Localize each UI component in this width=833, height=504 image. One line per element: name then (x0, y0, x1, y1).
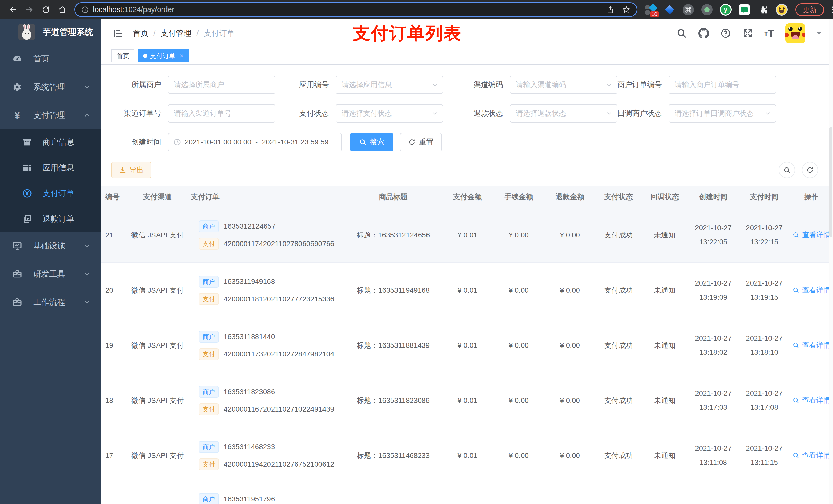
channel-code-input[interactable] (516, 81, 611, 89)
date-end-value[interactable]: 2021-10-31 23:59:59 (262, 138, 328, 146)
refresh-table-button[interactable] (802, 162, 818, 178)
cell (124, 483, 191, 504)
bookmark-star-icon[interactable] (622, 6, 630, 14)
refund-status-input[interactable] (516, 110, 611, 118)
sidebar-item-home[interactable]: 首页 (0, 45, 101, 73)
view-detail-link[interactable]: 查看详情 (792, 395, 831, 405)
sidebar-item-label: 基础设施 (33, 240, 65, 251)
filter-field-refund-status: 退款状态 (453, 104, 612, 123)
cell-actions: 查看详情 (790, 428, 833, 483)
filter-input-merchant-order-no[interactable] (669, 75, 776, 94)
cell-product-title: 标题：1635311468233 (344, 428, 442, 483)
page-scrollbar[interactable] (829, 19, 833, 504)
sidebar-item-app-info[interactable]: 应用信息 (0, 155, 101, 181)
view-detail-link[interactable]: 查看详情 (792, 285, 831, 295)
sidebar-logo[interactable]: 芋道管理系统 (0, 19, 101, 45)
breadcrumb-home[interactable]: 首页 (133, 28, 148, 39)
browser-home-button[interactable] (56, 3, 69, 16)
merchant-input[interactable] (174, 81, 269, 89)
filter-select-channel-code[interactable] (510, 75, 617, 94)
cell (596, 483, 642, 504)
filter-input-channel-order-no[interactable] (168, 104, 276, 123)
merchant-order-no-input[interactable] (675, 81, 770, 89)
sidebar-item-refund-order[interactable]: 退款订单 (0, 206, 101, 232)
cell-notify-status: 未通知 (642, 428, 688, 483)
cell-created-time: 2021-10-2713:22:05 (688, 208, 739, 263)
browser-forward-button[interactable] (23, 3, 36, 16)
table-row: 19微信 JSAPI 支付商户1635311881440支付4200001173… (101, 318, 833, 373)
date-start-value[interactable]: 2021-10-01 00:00:00 (185, 138, 251, 146)
fullscreen-icon[interactable] (742, 28, 753, 39)
reset-button[interactable]: 重置 (400, 133, 442, 151)
filter-select-refund-status[interactable] (510, 104, 617, 123)
merchant-tag-number: 1635311823086 (223, 388, 275, 396)
sidebar-item-pay-order[interactable]: 支付订单 (0, 181, 101, 206)
cell (544, 483, 596, 504)
filter-select-pay-status[interactable] (336, 104, 443, 123)
user-avatar[interactable] (785, 23, 805, 43)
puzzle-extensions-icon[interactable] (757, 4, 769, 16)
avatar-caret-icon[interactable] (817, 32, 822, 37)
filter-label-callback-status: 回调商户状态 (612, 108, 669, 119)
recorder-extension-icon[interactable] (701, 4, 713, 16)
app-no-input[interactable] (342, 81, 437, 89)
export-button[interactable]: 导出 (112, 162, 151, 178)
sidebar-item-infra[interactable]: 基础设施 (0, 232, 101, 260)
cell-order-id: 21 (101, 208, 124, 263)
tab-支付订单[interactable]: 支付订单× (138, 49, 189, 63)
browser-reload-button[interactable] (40, 3, 52, 16)
page-info-icon[interactable] (81, 6, 89, 14)
close-icon[interactable]: × (180, 52, 184, 60)
chevron-down-icon (83, 83, 91, 91)
tab-label: 支付订单 (150, 52, 175, 60)
view-detail-link[interactable]: 查看详情 (792, 230, 831, 240)
cell-pay-status: 支付成功 (596, 318, 642, 373)
channel-order-no-input[interactable] (174, 110, 269, 118)
address-bar[interactable]: localhost:1024/pay/order (74, 2, 637, 17)
cell-notify-status: 未通知 (642, 208, 688, 263)
emoji-profile-icon[interactable] (776, 4, 788, 16)
tab-首页[interactable]: 首页 (112, 49, 135, 63)
cell-actions: 查看详情 (790, 318, 833, 373)
sidebar-item-workflow[interactable]: 工作流程 (0, 288, 101, 316)
breadcrumb-pay-manage[interactable]: 支付管理 (161, 28, 191, 39)
sidebar-item-merchant-info[interactable]: 商户信息 (0, 129, 101, 155)
chat-extension-icon[interactable] (738, 4, 750, 16)
view-detail-link[interactable]: 查看详情 (792, 451, 831, 460)
cell-actions: 查看详情 (790, 373, 833, 428)
cell-product-title: 标题：1635312124656 (344, 208, 442, 263)
callback-status-input[interactable] (675, 110, 770, 118)
toggle-search-form-button[interactable] (779, 162, 795, 178)
search-icon[interactable] (676, 28, 687, 39)
column-header-退款金额: 退款金额 (544, 186, 596, 208)
search-button[interactable]: 搜索 (350, 133, 393, 151)
command-extension-icon[interactable] (682, 4, 694, 16)
browser-menu-icon[interactable] (829, 5, 833, 14)
filter-select-callback-status[interactable] (669, 104, 776, 123)
date-range-input[interactable]: 2021-10-01 00:00:00 - 2021-10-31 23:59:5… (168, 133, 342, 151)
submenu-pay: 商户信息应用信息支付订单退款订单 (0, 129, 101, 232)
hamburger-icon[interactable] (113, 28, 124, 39)
filter-input-merchant[interactable] (168, 75, 276, 94)
github-icon[interactable] (698, 28, 709, 39)
sidebar-item-system[interactable]: 系统管理 (0, 73, 101, 101)
browser-back-button[interactable] (7, 3, 20, 16)
share-icon[interactable] (606, 6, 615, 14)
browser-update-button[interactable]: 更新 (795, 3, 824, 16)
filter-label-merchant: 所属商户 (112, 80, 168, 90)
sidebar-item-pay[interactable]: ¥支付管理 (0, 101, 101, 129)
font-size-icon[interactable]: тТ (764, 28, 774, 39)
pay-tag: 支付 (198, 348, 219, 360)
scrollbar-thumb[interactable] (829, 127, 832, 237)
extension-icon-1[interactable]: 10 (645, 4, 657, 16)
view-detail-link[interactable]: 查看详情 (792, 340, 831, 350)
pay-status-input[interactable] (342, 110, 437, 118)
filter-select-app-no[interactable] (336, 75, 443, 94)
browser-toolbar: localhost:1024/pay/order 10 y (0, 0, 833, 19)
y-extension-icon[interactable]: y (720, 4, 732, 16)
kite-extension-icon[interactable] (664, 4, 675, 16)
breadcrumb-separator: / (153, 29, 156, 38)
help-icon[interactable] (720, 28, 731, 39)
merchant-tag: 商户 (198, 276, 219, 288)
sidebar-item-devtools[interactable]: 研发工具 (0, 260, 101, 288)
